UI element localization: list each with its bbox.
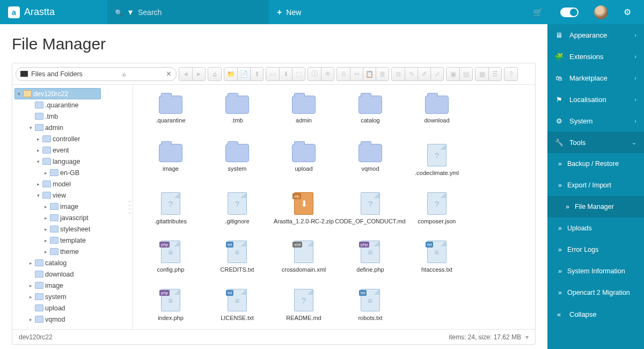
tree-item[interactable]: ▸vqmod (14, 314, 130, 325)
avatar[interactable] (594, 5, 608, 19)
expand-icon[interactable]: ▸ (28, 260, 33, 266)
help-button[interactable]: ? (504, 68, 517, 81)
file-item[interactable]: txt≡LICENSE.txt (204, 285, 270, 329)
settings-gear-icon[interactable] (624, 7, 631, 17)
mode-toggle[interactable] (560, 8, 579, 17)
edit-button[interactable]: ✐ (418, 68, 430, 81)
brand[interactable]: a Arastta (0, 6, 107, 18)
file-item[interactable]: ?CODE_OF_CONDUCT.md (337, 188, 404, 236)
status-menu-icon[interactable]: ▾ (525, 333, 529, 341)
file-item[interactable]: zip⬇Arastta_1.2.0-RC-2.zip (270, 188, 337, 236)
paste-button[interactable]: 📋 (363, 68, 376, 81)
menu-localisation[interactable]: Localisation› (547, 89, 644, 110)
forward-button[interactable]: ► (192, 68, 205, 81)
clear-search-icon[interactable]: ✕ (166, 70, 172, 78)
expand-icon[interactable]: ▸ (35, 148, 41, 153)
expand-icon[interactable]: ▸ (43, 204, 48, 209)
back-button[interactable]: ◄ (179, 68, 192, 81)
menu-system-info[interactable]: System Information (547, 260, 644, 282)
fm-files-grid[interactable]: .quarantine.tmbadmincatalogdownloadimage… (133, 85, 535, 329)
new-folder-button[interactable]: 📁 (224, 68, 237, 81)
rename-button[interactable]: ✎ (405, 68, 418, 81)
tree-item[interactable]: ▸en-GB (14, 167, 130, 178)
file-item[interactable]: vqmod (337, 140, 404, 188)
expand-icon[interactable]: ▸ (28, 317, 33, 322)
extract-button[interactable]: ▤ (459, 68, 472, 81)
tree-item[interactable]: upload (14, 302, 130, 314)
resize-button[interactable]: ⤢ (430, 68, 443, 81)
archive-button[interactable]: ▣ (447, 68, 459, 81)
expand-icon[interactable]: ▸ (43, 215, 48, 221)
expand-icon[interactable]: ▾ (16, 91, 21, 97)
file-item[interactable]: ?README.md (270, 285, 337, 329)
file-item[interactable]: upload (270, 140, 337, 188)
tree-item[interactable]: ▾admin (14, 122, 130, 133)
file-item[interactable]: system (204, 140, 270, 188)
tree-item[interactable]: ▸image (14, 280, 130, 291)
tree-item[interactable]: ▸javascript (14, 212, 130, 223)
tree-item[interactable]: ▸controller (14, 133, 130, 144)
menu-file-manager[interactable]: File Manager (547, 196, 644, 217)
file-item[interactable]: php≡index.php (137, 285, 204, 329)
info-button[interactable]: ⓘ (308, 68, 321, 81)
expand-icon[interactable]: ▸ (35, 136, 41, 142)
file-item[interactable]: xmlcrossdomain.xml (270, 236, 337, 285)
select-button[interactable]: ⬚ (292, 68, 305, 81)
tree-item[interactable]: ▸stylesheet (14, 223, 130, 235)
tree-item[interactable]: ▾language (14, 156, 130, 167)
tree-item[interactable]: ▸system (14, 291, 130, 302)
duplicate-button[interactable]: ⧉ (392, 68, 405, 81)
file-item[interactable]: ?.gitattributes (137, 188, 204, 236)
search-scope-caret-icon[interactable] (128, 7, 133, 17)
file-item[interactable]: ?.gitignore (204, 188, 270, 236)
file-item[interactable]: php≡define.php (337, 236, 404, 285)
file-item[interactable]: catalog (337, 91, 404, 140)
tree-item[interactable]: ▸model (14, 178, 130, 190)
fm-tree[interactable]: ▾ dev120rc22 .quarantine.tmb▾admin▸contr… (12, 85, 133, 329)
menu-backup[interactable]: Backup / Restore (547, 153, 644, 174)
menu-marketplace[interactable]: Marketplace› (547, 67, 644, 89)
file-item[interactable]: txt≡htaccess.txt (404, 236, 470, 285)
home-button[interactable]: ⌂ (208, 68, 221, 81)
tree-item[interactable]: ▸template (14, 235, 130, 246)
tree-item[interactable]: ▾view (14, 190, 130, 201)
fm-search[interactable]: Files and Folders ⌕ ✕ (16, 67, 177, 81)
global-search[interactable] (107, 0, 268, 24)
view-icons-button[interactable]: ▦ (475, 68, 488, 81)
tree-item[interactable]: .quarantine (14, 99, 130, 111)
expand-icon[interactable]: ▸ (28, 283, 33, 288)
expand-icon[interactable]: ▸ (43, 227, 48, 232)
cart-button[interactable] (526, 0, 550, 24)
view-list-button[interactable]: ☰ (488, 68, 501, 81)
file-item[interactable]: ?.codeclimate.yml (404, 140, 470, 188)
search-input[interactable] (138, 8, 261, 17)
tree-resize-handle[interactable] (128, 201, 131, 213)
upload-button[interactable]: ⬆ (250, 68, 263, 81)
menu-collapse[interactable]: Collapse (547, 303, 644, 325)
expand-icon[interactable]: ▸ (43, 238, 48, 243)
menu-error-logs[interactable]: Error Logs (547, 239, 644, 260)
expand-icon[interactable]: ▸ (35, 181, 41, 187)
new-button[interactable]: New (268, 0, 310, 24)
expand-icon[interactable]: ▾ (35, 159, 41, 164)
file-item[interactable]: php≡config.php (137, 236, 204, 285)
menu-appearance[interactable]: Appearance› (547, 24, 644, 46)
file-item[interactable]: image (137, 140, 204, 188)
expand-icon[interactable]: ▸ (43, 249, 48, 255)
file-item[interactable]: .quarantine (137, 91, 204, 140)
file-item[interactable]: txt≡CREDITS.txt (204, 236, 270, 285)
file-item[interactable]: .tmb (204, 91, 270, 140)
menu-system[interactable]: System› (547, 110, 644, 132)
tree-item[interactable]: .tmb (14, 111, 130, 122)
tree-item[interactable]: download (14, 268, 130, 280)
download-button[interactable]: ⬇ (279, 68, 292, 81)
menu-oc2-migration[interactable]: Opencart 2 Migration (547, 282, 644, 303)
tree-root[interactable]: ▾ dev120rc22 (14, 88, 101, 99)
menu-extensions[interactable]: Extensions› (547, 46, 644, 67)
menu-export[interactable]: Export / Import (547, 174, 644, 196)
tree-item[interactable]: ▸catalog (14, 257, 130, 268)
cut-button[interactable]: ✂ (350, 68, 363, 81)
copy-button[interactable]: ⎘ (337, 68, 350, 81)
expand-icon[interactable]: ▸ (28, 294, 33, 300)
delete-button[interactable]: 🗑 (376, 68, 389, 81)
